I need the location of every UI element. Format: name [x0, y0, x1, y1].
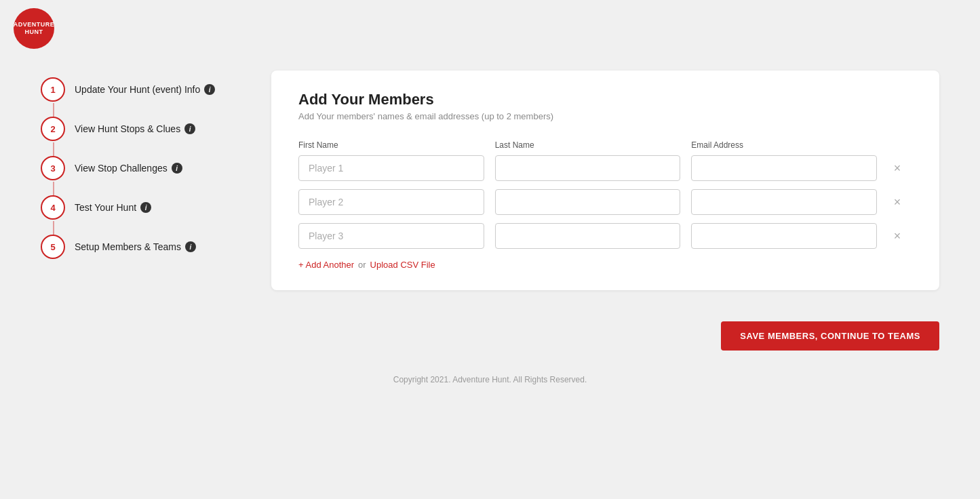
sidebar: 1 Update Your Hunt (event) Info i 2 View…: [41, 71, 244, 274]
remove-button-2[interactable]: ×: [888, 193, 907, 212]
col-email: Email Address: [691, 140, 877, 150]
info-icon-2[interactable]: i: [184, 123, 195, 134]
member-row-2: ×: [298, 189, 912, 215]
info-icon-4[interactable]: i: [140, 202, 151, 213]
member-row-1: ×: [298, 155, 912, 181]
step-circle-1: 1: [41, 77, 65, 102]
first-name-input-3[interactable]: [298, 223, 484, 249]
step-circle-5: 5: [41, 235, 65, 259]
card-subtitle: Add Your members' names & email addresse…: [298, 111, 912, 121]
step-circle-2: 2: [41, 117, 65, 141]
bottom-area: SAVE MEMBERS, CONTINUE TO TEAMS: [0, 311, 980, 361]
col-first-name: First Name: [298, 140, 484, 150]
sidebar-label-1: Update Your Hunt (event) Info i: [75, 84, 215, 95]
sidebar-item-4[interactable]: 4 Test Your Hunt i: [41, 195, 244, 220]
logo: ADVENTURE HUNT: [14, 8, 54, 49]
first-name-input-2[interactable]: [298, 189, 484, 215]
step-circle-4: 4: [41, 195, 65, 220]
sidebar-item-2[interactable]: 2 View Hunt Stops & Clues i: [41, 117, 244, 141]
sidebar-label-4: Test Your Hunt i: [75, 202, 151, 213]
sidebar-label-5: Setup Members & Teams i: [75, 241, 196, 252]
email-input-3[interactable]: [691, 223, 877, 249]
or-text: or: [358, 260, 366, 270]
header: ADVENTURE HUNT: [0, 0, 980, 57]
remove-button-3[interactable]: ×: [888, 226, 907, 245]
first-name-input-1[interactable]: [298, 155, 484, 181]
copyright-text: Copyright 2021. Adventure Hunt. All Righ…: [393, 375, 587, 384]
step-circle-3: 3: [41, 156, 65, 180]
last-name-input-1[interactable]: [495, 155, 681, 181]
sidebar-item-1[interactable]: 1 Update Your Hunt (event) Info i: [41, 77, 244, 102]
info-icon-1[interactable]: i: [204, 84, 215, 95]
member-row-3: ×: [298, 223, 912, 249]
sidebar-label-3: View Stop Challenges i: [75, 163, 182, 174]
main-layout: 1 Update Your Hunt (event) Info i 2 View…: [0, 57, 980, 304]
sidebar-item-5[interactable]: 5 Setup Members & Teams i: [41, 235, 244, 259]
content-card: Add Your Members Add Your members' names…: [271, 71, 939, 290]
email-input-1[interactable]: [691, 155, 877, 181]
card-title: Add Your Members: [298, 91, 912, 108]
email-input-2[interactable]: [691, 189, 877, 215]
last-name-input-2[interactable]: [495, 189, 681, 215]
form-header: First Name Last Name Email Address: [298, 140, 912, 150]
last-name-input-3[interactable]: [495, 223, 681, 249]
upload-csv-link[interactable]: Upload CSV File: [370, 260, 435, 270]
sidebar-item-3[interactable]: 3 View Stop Challenges i: [41, 156, 244, 180]
col-last-name: Last Name: [495, 140, 681, 150]
info-icon-5[interactable]: i: [185, 241, 196, 252]
actions-row: + Add Another or Upload CSV File: [298, 260, 912, 270]
footer: Copyright 2021. Adventure Hunt. All Righ…: [0, 361, 980, 398]
add-another-link[interactable]: + Add Another: [298, 260, 354, 270]
sidebar-label-2: View Hunt Stops & Clues i: [75, 123, 195, 134]
info-icon-3[interactable]: i: [172, 163, 182, 174]
remove-button-1[interactable]: ×: [888, 159, 907, 178]
save-members-button[interactable]: SAVE MEMBERS, CONTINUE TO TEAMS: [721, 321, 939, 351]
